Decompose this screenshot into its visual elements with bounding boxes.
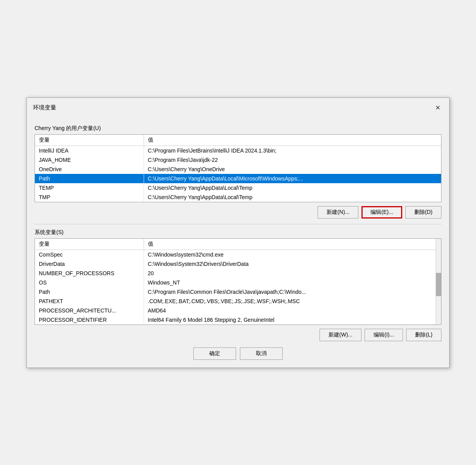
system-btn-row: 新建(W)... 编辑(I)... 删除(L) [35,329,441,341]
var-cell: IntelliJ IDEA [35,146,144,155]
user-btn-row: 新建(N)... 编辑(E)... 删除(D) [35,206,441,219]
system-section-label: 系统变量(S) [35,229,441,236]
var-cell: OS [35,278,144,287]
table-row[interactable]: PROCESSOR_IDENTIFIERIntel64 Family 6 Mod… [35,315,441,324]
table-row[interactable]: TEMPC:\Users\Cherry Yang\AppData\Local\T… [35,183,441,193]
val-cell: C:\Windows\system32\cmd.exe [144,250,441,259]
val-cell: Intel64 Family 6 Model 186 Stepping 2, G… [144,315,441,324]
var-cell: JAVA_HOME [35,155,144,165]
close-button[interactable]: ✕ [432,102,443,113]
val-cell: 20 [144,269,441,278]
val-cell: Windows_NT [144,278,441,287]
cancel-button[interactable]: 取消 [240,347,283,360]
system-vars-scroll-area: 变量 值 ComSpecC:\Windows\system32\cmd.exeD… [35,239,441,324]
dialog-body: Cherry Yang 的用户变量(U) 变量 值 IntelliJ IDEAC… [27,117,449,368]
system-vars-table-container: 变量 值 ComSpecC:\Windows\system32\cmd.exeD… [35,238,441,325]
var-cell: PATHEXT [35,297,144,306]
var-cell: PROCESSOR_ARCHITECTU... [35,306,144,315]
env-vars-dialog: 环境变量 ✕ Cherry Yang 的用户变量(U) 变量 值 Intelli… [26,97,450,368]
var-cell: Path [35,174,144,183]
table-row[interactable]: TMPC:\Users\Cherry Yang\AppData\Local\Te… [35,193,441,202]
val-cell: AMD64 [144,306,441,315]
user-col-val: 值 [144,135,441,146]
system-vars-table: 变量 值 ComSpecC:\Windows\system32\cmd.exeD… [35,239,441,324]
var-cell: ComSpec [35,250,144,259]
val-cell: C:\Users\Cherry Yang\AppData\Local\Micro… [144,174,441,183]
table-row[interactable]: PROCESSOR_ARCHITECTU...AMD64 [35,306,441,315]
user-vars-table-container: 变量 值 IntelliJ IDEAC:\Program Files\JetBr… [35,134,441,202]
val-cell: C:\Program Files\Common Files\Oracle\Jav… [144,287,441,297]
system-edit-button[interactable]: 编辑(I)... [365,329,403,341]
system-new-button[interactable]: 新建(W)... [320,329,361,341]
table-row[interactable]: IntelliJ IDEAC:\Program Files\JetBrains\… [35,146,441,155]
table-row[interactable]: PathC:\Users\Cherry Yang\AppData\Local\M… [35,174,441,183]
sys-col-val: 值 [144,239,441,250]
val-cell: C:\Windows\System32\Drivers\DriverData [144,259,441,269]
divider [35,224,441,224]
var-cell: TEMP [35,183,144,193]
val-cell: C:\Program Files\JetBrains\IntelliJ IDEA… [144,146,441,155]
dialog-title: 环境变量 [33,104,56,111]
user-edit-button[interactable]: 编辑(E)... [361,206,402,219]
var-cell: PROCESSOR_IDENTIFIER [35,315,144,324]
val-cell: C:\Users\Cherry Yang\AppData\Local\Temp [144,193,441,202]
var-cell: DriverData [35,259,144,269]
table-row[interactable]: PATHEXT.COM;.EXE;.BAT;.CMD;.VBS;.VBE;.JS… [35,297,441,306]
var-cell: Path [35,287,144,297]
table-row[interactable]: NUMBER_OF_PROCESSORS20 [35,269,441,278]
user-section-label: Cherry Yang 的用户变量(U) [35,125,441,132]
footer-btn-row: 确定 取消 [35,347,441,360]
table-row[interactable]: PathC:\Program Files\Common Files\Oracle… [35,287,441,297]
table-row[interactable]: DriverDataC:\Windows\System32\Drivers\Dr… [35,259,441,269]
scrollbar-thumb[interactable] [436,273,441,296]
user-vars-table: 变量 值 IntelliJ IDEAC:\Program Files\JetBr… [35,135,441,202]
var-cell: TMP [35,193,144,202]
ok-button[interactable]: 确定 [193,347,236,360]
table-row[interactable]: OSWindows_NT [35,278,441,287]
user-delete-button[interactable]: 删除(D) [405,206,441,219]
val-cell: C:\Users\Cherry Yang\AppData\Local\Temp [144,183,441,193]
system-delete-button[interactable]: 删除(L) [406,329,441,341]
val-cell: .COM;.EXE;.BAT;.CMD;.VBS;.VBE;.JS;.JSE;.… [144,297,441,306]
user-col-var: 变量 [35,135,144,146]
val-cell: C:\Users\Cherry Yang\OneDrive [144,165,441,174]
var-cell: NUMBER_OF_PROCESSORS [35,269,144,278]
title-bar: 环境变量 ✕ [27,98,449,117]
val-cell: C:\Program Files\Java\jdk-22 [144,155,441,165]
table-row[interactable]: OneDriveC:\Users\Cherry Yang\OneDrive [35,165,441,174]
sys-col-var: 变量 [35,239,144,250]
var-cell: OneDrive [35,165,144,174]
scrollbar[interactable] [436,239,441,324]
user-new-button[interactable]: 新建(N)... [318,206,358,219]
table-row[interactable]: ComSpecC:\Windows\system32\cmd.exe [35,250,441,259]
table-row[interactable]: JAVA_HOMEC:\Program Files\Java\jdk-22 [35,155,441,165]
